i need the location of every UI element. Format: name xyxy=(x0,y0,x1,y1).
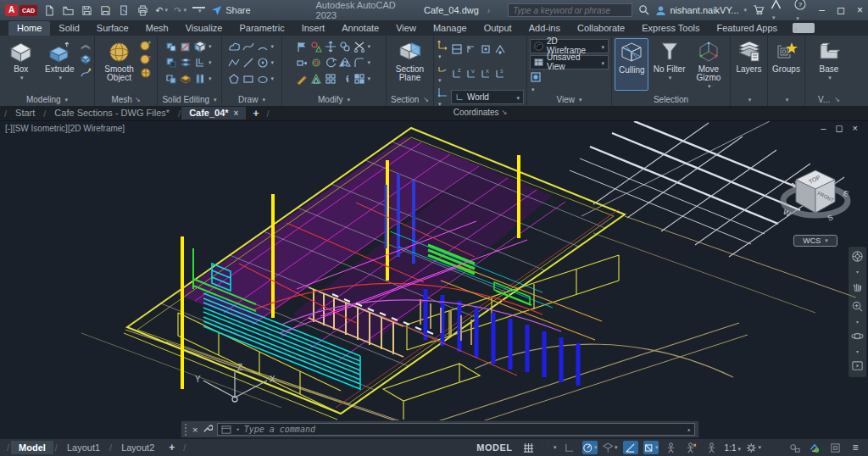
file-tab[interactable]: Cafe_04*× xyxy=(181,107,246,120)
subtract-icon[interactable] xyxy=(165,57,180,69)
presspull-icon[interactable] xyxy=(80,53,92,65)
polygon-icon[interactable] xyxy=(228,73,242,85)
layout-tab-layout2[interactable]: Layout2 xyxy=(114,441,162,454)
3d-rotate-icon[interactable] xyxy=(310,57,325,69)
open-folder-icon[interactable] xyxy=(62,4,75,17)
command-history-icon[interactable]: ▴ xyxy=(687,425,691,433)
grid-display-icon[interactable] xyxy=(521,441,537,454)
viewport-minimize-button[interactable]: – xyxy=(821,123,826,134)
tab-mesh[interactable]: Mesh xyxy=(137,21,177,36)
maximize-button[interactable]: ◻ xyxy=(837,4,845,16)
intersect-icon[interactable] xyxy=(165,73,180,85)
tab-parametric[interactable]: Parametric xyxy=(231,21,292,36)
viewport-config-icon[interactable] xyxy=(530,71,542,93)
union-icon[interactable] xyxy=(165,41,180,53)
panel-label-section[interactable]: Section xyxy=(387,93,433,106)
close-button[interactable]: × xyxy=(857,4,863,16)
tab-manage[interactable]: Manage xyxy=(425,21,476,36)
file-tab[interactable]: Start xyxy=(8,107,42,120)
ucs-previous-icon[interactable] xyxy=(465,43,477,55)
revision-cloud-icon[interactable] xyxy=(228,41,242,53)
workspace-gear-icon[interactable] xyxy=(746,441,761,454)
autodesk-menu-icon[interactable] xyxy=(771,0,788,21)
object-snap-tracking-icon[interactable] xyxy=(623,441,638,454)
panel-label-draw[interactable]: Draw xyxy=(222,93,281,106)
annotation-autoscale-icon[interactable] xyxy=(684,441,699,454)
rectangle-icon[interactable] xyxy=(242,73,257,85)
named-view-select[interactable]: Unsaved View xyxy=(530,55,609,70)
panel-label-view-tools[interactable]: V... xyxy=(805,93,853,106)
taper-faces-icon[interactable] xyxy=(194,73,214,85)
print-icon[interactable] xyxy=(136,4,149,17)
spline-icon[interactable] xyxy=(242,41,257,53)
circle-icon[interactable] xyxy=(257,57,276,69)
ucs-face-icon[interactable] xyxy=(480,43,492,55)
fillet-icon[interactable] xyxy=(353,57,373,69)
customization-plus-icon[interactable] xyxy=(766,441,782,454)
array-icon[interactable] xyxy=(353,73,373,85)
help-icon[interactable]: ? xyxy=(794,0,813,22)
edit-polyline-icon[interactable] xyxy=(296,41,310,53)
polyline-icon[interactable] xyxy=(228,57,242,69)
navbar-caret-icon[interactable]: ▾ xyxy=(856,270,859,274)
undo-icon[interactable]: ↶ xyxy=(155,4,168,17)
ortho-mode-icon[interactable] xyxy=(562,441,577,454)
array-rect-icon[interactable] xyxy=(325,73,339,85)
tab-visualize[interactable]: Visualize xyxy=(177,21,231,36)
groups-button[interactable]: Groups xyxy=(771,38,802,91)
transfer-icon[interactable] xyxy=(118,4,131,17)
tab-surface[interactable]: Surface xyxy=(88,21,137,36)
polysolid-icon[interactable] xyxy=(80,40,92,52)
no-filter-button[interactable]: No Filter xyxy=(650,38,687,91)
zoom-caret-icon[interactable]: ▾ xyxy=(856,320,859,324)
arc-icon[interactable] xyxy=(257,41,276,53)
culling-button[interactable]: Culling xyxy=(615,38,648,91)
qat-customize-icon[interactable] xyxy=(192,7,205,14)
snap-mode-icon[interactable] xyxy=(542,441,557,454)
trim-icon[interactable] xyxy=(353,41,373,53)
command-bar[interactable]: × ▾ Type a command ▴ xyxy=(181,420,699,438)
stretch-icon[interactable] xyxy=(296,57,310,69)
orbit-caret-icon[interactable]: ▾ xyxy=(856,350,859,353)
shell-icon[interactable] xyxy=(180,57,194,69)
section-plane-button[interactable]: Section Plane xyxy=(389,38,431,91)
base-button[interactable]: Base xyxy=(810,38,848,91)
search-icon[interactable] xyxy=(638,4,649,17)
move-icon[interactable] xyxy=(325,41,339,53)
isolate-objects-icon[interactable] xyxy=(787,441,802,454)
polar-tracking-icon[interactable] xyxy=(582,441,598,454)
save-as-icon[interactable] xyxy=(99,4,112,17)
tab-collaborate[interactable]: Collaborate xyxy=(569,21,633,36)
ucs-z-axis-icon[interactable]: Z xyxy=(451,67,463,79)
move-gizmo-button[interactable]: Move Gizmo xyxy=(690,38,727,91)
share-button[interactable]: Share xyxy=(211,5,250,16)
status-menu-icon[interactable]: ≡ xyxy=(848,441,863,454)
redo-icon[interactable]: ↷ xyxy=(174,4,186,17)
panel-label-mesh[interactable]: Mesh xyxy=(95,93,157,106)
file-tab-close-icon[interactable]: × xyxy=(234,108,239,118)
viewport-controls-label[interactable]: [-][SW Isometric][2D Wireframe] xyxy=(5,124,125,133)
rotate-icon[interactable] xyxy=(325,57,339,69)
tab-output[interactable]: Output xyxy=(476,21,520,36)
viewcube[interactable]: N E S W TOP FRONT WCS xyxy=(775,148,856,247)
pan-icon[interactable] xyxy=(851,280,864,294)
wcs-menu[interactable]: WCS xyxy=(793,235,837,247)
app-store-icon[interactable] xyxy=(753,4,765,17)
viewport-maximize-button[interactable]: ◻ xyxy=(835,123,843,134)
graphics-performance-icon[interactable] xyxy=(807,441,822,454)
ucs-world-icon[interactable] xyxy=(451,43,463,55)
offset-faces-icon[interactable] xyxy=(194,57,214,69)
panel-label-solid-editing[interactable]: Solid Editing xyxy=(158,93,221,106)
ucs-3point-icon[interactable]: 3 xyxy=(494,67,506,79)
ucs-x-icon[interactable]: X xyxy=(480,67,492,79)
ucs-named-icon[interactable] xyxy=(437,86,448,108)
customize-wrench-icon[interactable] xyxy=(202,423,213,436)
minimize-button[interactable]: – xyxy=(819,4,825,16)
panel-label-selection[interactable]: Selection xyxy=(612,93,730,106)
tab-insert[interactable]: Insert xyxy=(293,21,334,36)
ucs-origin-icon[interactable] xyxy=(437,62,448,84)
extrude-faces-icon[interactable] xyxy=(194,41,214,53)
app-menu-button[interactable]: A CAD xyxy=(5,4,37,16)
extrude-button[interactable]: Extrude xyxy=(42,38,79,91)
tab-express-tools[interactable]: Express Tools xyxy=(633,21,708,36)
